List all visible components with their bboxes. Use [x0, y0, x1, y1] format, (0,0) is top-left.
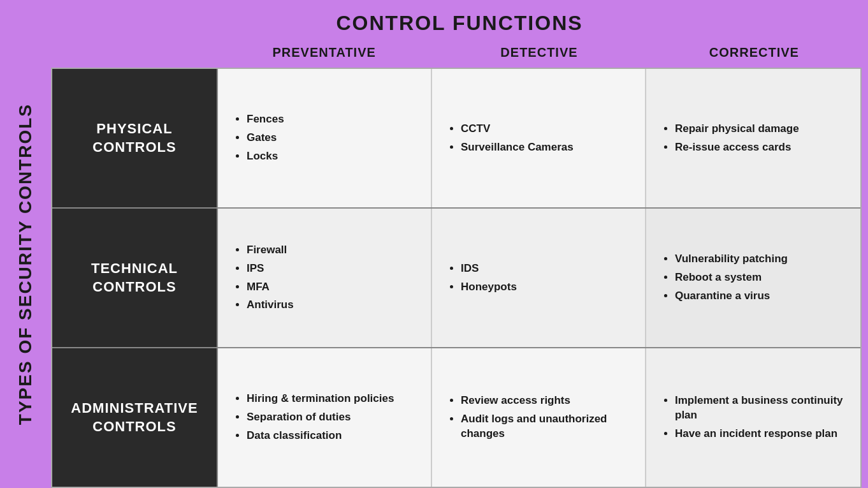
cell-detective: CCTVSurveillance Cameras	[432, 69, 646, 207]
cell-corrective: Vulnerability patchingReboot a systemQua…	[646, 209, 860, 347]
cell-corrective: Implement a business continuity planHave…	[646, 348, 860, 487]
list-item: Implement a business continuity plan	[675, 394, 851, 423]
cell-corrective: Repair physical damageRe-issue access ca…	[646, 69, 860, 207]
row-label-cell: PHYSICALCONTROLS	[52, 69, 218, 207]
list-item: Fences	[247, 112, 284, 127]
header-corrective: CORRECTIVE	[647, 40, 862, 65]
row-label-text: PHYSICALCONTROLS	[92, 120, 176, 156]
table-wrapper: PREVENTATIVE DETECTIVE CORRECTIVE PHYSIC…	[51, 40, 862, 488]
list-item: Antivirus	[247, 298, 294, 313]
list-item: Locks	[247, 149, 284, 164]
row-label-text: TECHNICALCONTROLS	[91, 260, 178, 296]
list-item: Data classification	[247, 429, 394, 443]
list-item: Quarantine a virus	[675, 289, 788, 304]
vertical-label-wrapper: TYPES OF SECURITY CONTROLS	[0, 40, 51, 488]
data-rows: PHYSICALCONTROLSFencesGatesLocksCCTVSurv…	[51, 68, 862, 488]
content-area: TYPES OF SECURITY CONTROLS PREVENTATIVE …	[0, 40, 868, 488]
list-item: Have an incident response plan	[675, 427, 851, 441]
cell-detective: IDSHoneypots	[432, 209, 646, 347]
row-label-cell: TECHNICALCONTROLS	[52, 209, 218, 347]
main-title: CONTROL FUNCTIONS	[51, 0, 868, 40]
page-wrapper: CONTROL FUNCTIONS TYPES OF SECURITY CONT…	[0, 0, 868, 488]
list-item: IDS	[461, 262, 517, 276]
table-row: PHYSICALCONTROLSFencesGatesLocksCCTVSurv…	[52, 69, 860, 209]
list-item: Repair physical damage	[675, 122, 799, 137]
list-item: CCTV	[461, 122, 574, 137]
table-row: TECHNICALCONTROLSFirewallIPSMFAAntivirus…	[52, 209, 860, 348]
list-item: MFA	[247, 280, 294, 295]
list-item: Hiring & termination policies	[247, 392, 394, 406]
list-item: IPS	[247, 262, 294, 276]
list-item: Gates	[247, 131, 284, 145]
cell-detective: Review access rightsAudit logs and unaut…	[432, 348, 646, 487]
header-preventative: PREVENTATIVE	[217, 40, 431, 65]
header-empty	[51, 40, 217, 65]
list-item: Vulnerability patching	[675, 252, 788, 267]
cell-preventative: Hiring & termination policiesSeparation …	[218, 348, 432, 487]
list-item: Review access rights	[461, 394, 635, 408]
list-item: Re-issue access cards	[675, 140, 799, 155]
list-item: Audit logs and unauthorized changes	[461, 412, 635, 441]
row-label-cell: ADMINISTRATIVECONTROLS	[52, 348, 218, 487]
row-label-text: ADMINISTRATIVECONTROLS	[71, 399, 198, 436]
list-item: Reboot a system	[675, 270, 788, 285]
list-item: Honeypots	[461, 280, 517, 295]
cell-preventative: FencesGatesLocks	[218, 69, 432, 207]
list-item: Firewall	[247, 243, 294, 258]
header-row: PREVENTATIVE DETECTIVE CORRECTIVE	[51, 40, 862, 68]
table-row: ADMINISTRATIVECONTROLSHiring & terminati…	[52, 348, 860, 487]
list-item: Separation of duties	[247, 410, 394, 425]
vertical-label: TYPES OF SECURITY CONTROLS	[17, 103, 34, 425]
cell-preventative: FirewallIPSMFAAntivirus	[218, 209, 432, 347]
list-item: Surveillance Cameras	[461, 140, 574, 155]
header-detective: DETECTIVE	[431, 40, 646, 65]
